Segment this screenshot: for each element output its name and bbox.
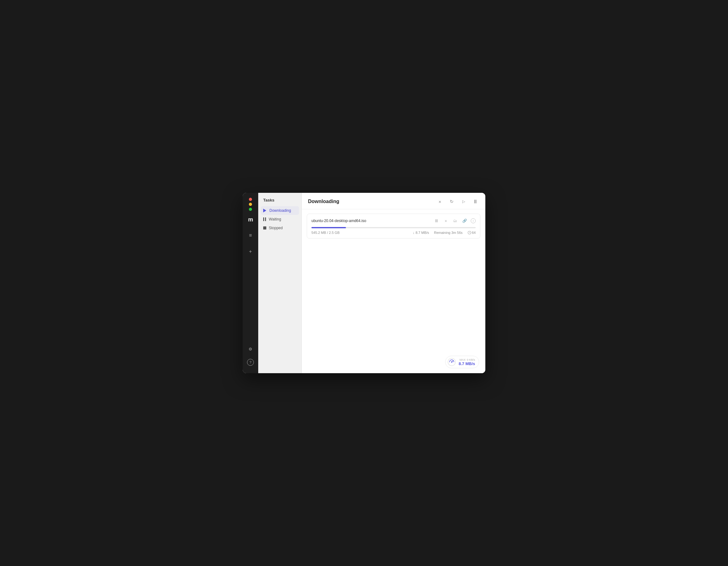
pause-all-button[interactable] — [472, 198, 479, 205]
header-actions: × ↻ ▷ — [436, 198, 479, 205]
download-item-header: ubuntu-20.04-desktop-amd64.iso × 🗂 🔗 i — [311, 218, 476, 224]
sidebar: m ≡ + ⚙︎ ? — [243, 193, 258, 373]
refresh-button[interactable]: ↻ — [448, 198, 455, 205]
stat-right: 8.7 MB/s Remaining 3m 56s 64 — [413, 231, 476, 235]
download-remaining: Remaining 3m 56s — [434, 231, 463, 235]
item-folder-button[interactable]: 🗂 — [452, 218, 458, 224]
resume-all-button[interactable]: ▷ — [460, 198, 467, 205]
play-icon — [263, 209, 267, 213]
sidebar-item-waiting[interactable]: Waiting — [261, 215, 299, 224]
settings-icon[interactable]: ⚙︎ — [245, 344, 255, 354]
item-link-button[interactable]: 🔗 — [461, 218, 468, 224]
nav-panel: Tasks Downloading Waiting Stopped — [258, 193, 302, 373]
menu-icon[interactable]: ≡ — [245, 231, 255, 241]
progress-bar-track — [311, 227, 476, 228]
speed-indicator: MAX 0 KB/s 8.7 MB/s — [445, 356, 479, 368]
sidebar-item-stopped[interactable]: Stopped — [261, 224, 299, 232]
app-logo: m — [248, 217, 253, 223]
download-list: ubuntu-20.04-desktop-amd64.iso × 🗂 🔗 i — [302, 209, 485, 373]
nav-title: Tasks — [261, 198, 299, 203]
help-icon[interactable]: ? — [247, 359, 254, 366]
speed-max-value: 0 KB/s — [467, 358, 475, 361]
nav-item-label: Stopped — [269, 226, 283, 230]
main-content: Downloading × ↻ ▷ ubuntu-20.04-desktop-a… — [302, 193, 485, 373]
item-cancel-button[interactable]: × — [443, 218, 449, 224]
nav-item-label: Downloading — [269, 208, 291, 213]
progress-bar-fill — [311, 227, 346, 228]
stop-icon — [263, 227, 266, 230]
download-size: 545.2 MB / 2.5 GB — [311, 231, 340, 235]
download-item-actions: × 🗂 🔗 i — [433, 218, 476, 224]
download-item: ubuntu-20.04-desktop-amd64.iso × 🗂 🔗 i — [307, 214, 480, 239]
traffic-lights — [249, 198, 252, 211]
svg-line-3 — [452, 361, 453, 362]
minimize-button[interactable] — [249, 203, 252, 206]
download-filename: ubuntu-20.04-desktop-amd64.iso — [311, 219, 366, 223]
speed-dial-icon — [447, 358, 456, 366]
speed-text: MAX 0 KB/s 8.7 MB/s — [459, 358, 475, 366]
download-speed: 8.7 MB/s — [413, 231, 429, 235]
main-header: Downloading × ↻ ▷ — [302, 193, 485, 209]
nav-item-label: Waiting — [269, 217, 281, 222]
maximize-button[interactable] — [249, 208, 252, 211]
close-button[interactable] — [249, 198, 252, 201]
download-connections: 64 — [468, 231, 476, 235]
close-all-button[interactable]: × — [436, 198, 444, 205]
add-icon[interactable]: + — [245, 247, 255, 257]
main-title: Downloading — [308, 199, 339, 204]
main-area: ubuntu-20.04-desktop-amd64.iso × 🗂 🔗 i — [302, 209, 485, 373]
speed-current-value: 8.7 MB/s — [459, 361, 475, 366]
item-info-button[interactable]: i — [471, 218, 476, 223]
item-pause-button[interactable] — [433, 218, 440, 224]
sidebar-item-downloading[interactable]: Downloading — [261, 206, 299, 215]
pause-icon — [263, 218, 266, 221]
download-stats: 545.2 MB / 2.5 GB 8.7 MB/s Remaining 3m … — [311, 231, 476, 235]
speed-max-label: MAX — [460, 358, 466, 361]
